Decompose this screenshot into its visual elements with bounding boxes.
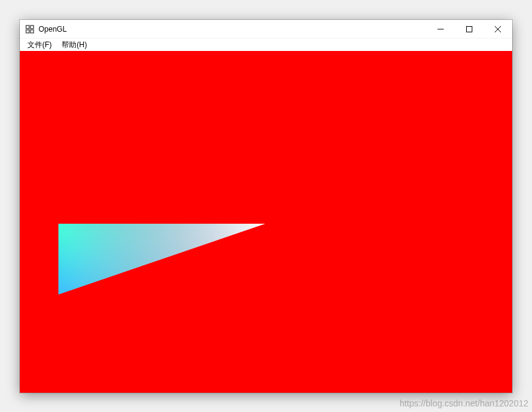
svg-rect-1 — [30, 25, 34, 29]
titlebar[interactable]: OpenGL — [20, 20, 512, 39]
menu-file[interactable]: 文件(F) — [22, 39, 57, 52]
maximize-icon — [466, 26, 472, 32]
gl-triangle — [20, 51, 512, 393]
close-button[interactable] — [484, 20, 512, 39]
maximize-button[interactable] — [455, 20, 484, 39]
close-icon — [495, 26, 501, 32]
svg-rect-10 — [20, 51, 512, 393]
application-window: OpenGL 文件(F) 帮助(H) — [20, 20, 512, 393]
watermark-text: https://blog.csdn.net/han1202012 — [400, 398, 528, 408]
svg-rect-12 — [20, 51, 512, 393]
app-icon — [25, 24, 35, 34]
minimize-button[interactable] — [426, 20, 455, 39]
svg-rect-0 — [26, 25, 29, 29]
menu-help[interactable]: 帮助(H) — [57, 39, 92, 52]
svg-rect-5 — [467, 27, 472, 32]
window-controls — [426, 20, 512, 38]
window-title: OpenGL — [39, 25, 426, 34]
svg-rect-2 — [26, 30, 29, 33]
svg-rect-9 — [20, 51, 512, 393]
minimize-icon — [438, 26, 444, 32]
svg-rect-11 — [20, 51, 512, 393]
menubar: 文件(F) 帮助(H) — [20, 39, 512, 51]
opengl-viewport — [20, 51, 512, 393]
svg-rect-3 — [30, 30, 34, 33]
